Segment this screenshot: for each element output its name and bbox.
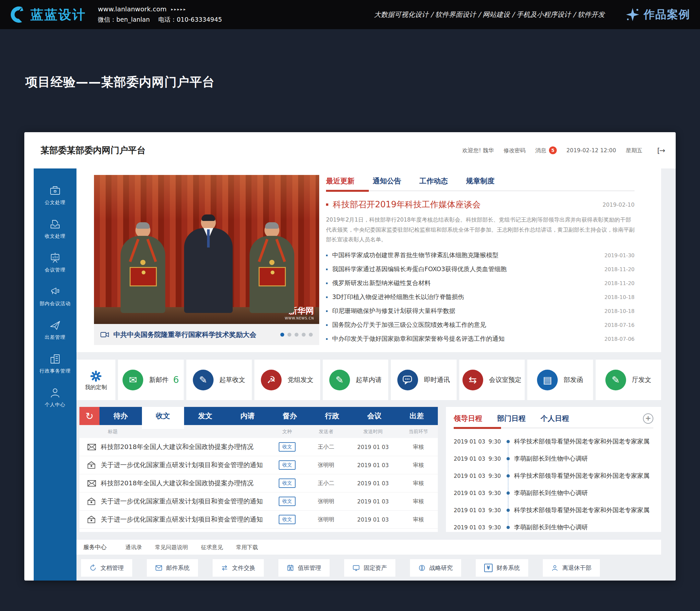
schedule-entry[interactable]: 2019 01 039:30 李萌副部长到生物中心调研: [454, 450, 653, 467]
news-list-item[interactable]: 3D打印植入物促进神经细胞生长以治疗脊髓损伤 2018-10-18: [326, 290, 635, 304]
featured-article[interactable]: 科技部召开2019年科技工作媒体座谈会 2019-02-10: [326, 199, 635, 210]
site-url[interactable]: www.lanlanwork.com: [98, 5, 166, 13]
schedule-tab-leaders[interactable]: 领导日程: [454, 414, 482, 423]
draft-internal-button[interactable]: ✎ 起草内请: [323, 360, 389, 400]
schedule-tab-personal[interactable]: 个人日程: [541, 414, 569, 423]
news-tab-recent[interactable]: 最近更新: [326, 176, 354, 186]
news-item-title[interactable]: 印尼珊瑚礁保护与修复计划获得大量科学数据: [332, 307, 455, 315]
app-doc-management[interactable]: 文档管理: [81, 559, 132, 577]
my-customize-button[interactable]: 我的定制: [76, 360, 115, 400]
carousel-dot[interactable]: [309, 333, 313, 337]
task-tab-trip[interactable]: 出差: [396, 407, 438, 425]
carousel-caption[interactable]: 中共中央国务院隆重举行国家科学技术奖励大会: [113, 330, 256, 339]
schedule-text[interactable]: 科学技术部领导看望外国老专家和外国老专家家属: [514, 472, 653, 480]
messages-link[interactable]: 消息 5: [535, 146, 557, 154]
link-downloads[interactable]: 常用下载: [236, 543, 258, 551]
app-duty-management[interactable]: 值班管理: [278, 559, 330, 577]
dept-letter-button[interactable]: ▤ 部发函: [527, 360, 593, 400]
link-contacts[interactable]: 通讯录: [126, 543, 142, 551]
schedule-tab-department[interactable]: 部门日程: [497, 414, 526, 423]
schedule-entry[interactable]: 2019 01 039:30 李萌副部长到生物中心调研: [454, 519, 653, 536]
video-camera-icon: [100, 331, 109, 338]
site-logo[interactable]: 蓝蓝设计: [9, 5, 86, 24]
app-fixed-assets[interactable]: 固定资产: [344, 559, 395, 577]
news-tab-rules[interactable]: 规章制度: [466, 176, 495, 186]
row-title[interactable]: 关于进一步优化国家重点研发计划项目和资金管理的通知: [101, 461, 269, 470]
news-list-item[interactable]: 俄罗斯研发出新型纳米磁性复合材料 2018-11-20: [326, 276, 635, 290]
news-list-item[interactable]: 我国科学家通过基因编辑长寿蛋白FOXO3获得优质人类血管细胞 2018-11-2…: [326, 263, 635, 276]
link-faq[interactable]: 常见问题说明: [155, 543, 188, 551]
app-strategy-research[interactable]: 战略研究: [410, 559, 461, 577]
sidebar-item-business-trips[interactable]: 出差管理: [34, 319, 76, 353]
sidebar-item-meeting-management[interactable]: 会议管理: [34, 251, 76, 285]
schedule-entry[interactable]: 2019 01 039:30 科学技术部领导看望外国老专家和外国老专家家属: [454, 467, 653, 484]
task-tab-meeting[interactable]: 会议: [353, 407, 396, 425]
table-row[interactable]: 关于进一步优化国家重点研发计划项目和资金管理的通知 收文 张明明 2019 01…: [79, 492, 438, 510]
schedule-entry[interactable]: 2019 01 039:30 科学技术部领导看望外国老专家和外国老专家家属: [454, 433, 653, 450]
schedule-text[interactable]: 李萌副部长到生物中心调研: [514, 454, 653, 463]
party-dispatch-button[interactable]: ☭ 党组发文: [254, 360, 320, 400]
new-mail-button[interactable]: ✉ 新邮件 6: [118, 360, 184, 400]
carousel-dot[interactable]: [295, 333, 298, 337]
news-tab-notices[interactable]: 通知公告: [373, 176, 401, 186]
change-password-link[interactable]: 修改密码: [504, 147, 526, 154]
schedule-entry[interactable]: 2019 01 039:30 科学技术部领导看望外国老专家和外国老专家家属: [454, 502, 653, 519]
news-list-item[interactable]: 国务院办公厅关于加强三级公立医院绩效考核工作的意见 2018-07-16: [326, 318, 635, 332]
draft-incoming-button[interactable]: ✎ 起草收文: [186, 360, 252, 400]
schedule-text[interactable]: 李萌副部长到生物中心调研: [514, 489, 653, 497]
sidebar-item-incoming-docs[interactable]: 收文处理: [34, 218, 76, 251]
cases-link[interactable]: 作品案例: [626, 7, 690, 22]
table-row[interactable]: 科技部2018年全国人大建议和全国政协提案办理情况 收文 王小二 2019 01…: [79, 474, 438, 492]
news-item-title[interactable]: 我国科学家通过基因编辑长寿蛋白FOXO3获得优质人类血管细胞: [332, 265, 507, 273]
task-tab-internal[interactable]: 内请: [227, 407, 269, 425]
app-label: 值班管理: [298, 564, 321, 572]
carousel-dot[interactable]: [280, 333, 284, 337]
app-finance-system[interactable]: ¥ 财务系统: [476, 559, 528, 577]
logout-icon[interactable]: [→: [657, 146, 665, 154]
schedule-date: 2019 01 03: [454, 524, 485, 531]
app-retired-cadres[interactable]: 离退休干部: [543, 559, 600, 577]
news-item-title[interactable]: 3D打印植入物促进神经细胞生长以治疗脊髓损伤: [332, 293, 464, 301]
schedule-text[interactable]: 科学技术部领导看望外国老专家和外国老专家家属: [514, 506, 653, 515]
schedule-entry[interactable]: 2019 01 039:30 李萌副部长到生物中心调研: [454, 484, 653, 502]
add-schedule-button[interactable]: +: [643, 413, 653, 424]
instant-message-button[interactable]: 即时通讯: [391, 360, 457, 400]
featured-title[interactable]: 科技部召开2019年科技工作媒体座谈会: [333, 199, 481, 210]
news-item-title[interactable]: 俄罗斯研发出新型纳米磁性复合材料: [332, 279, 431, 287]
schedule-text[interactable]: 科学技术部领导看望外国老专家和外国老专家家属: [514, 437, 653, 446]
app-mail-system[interactable]: 邮件系统: [147, 559, 198, 577]
news-list-item[interactable]: 印尼珊瑚礁保护与修复计划获得大量科学数据 2018-10-18: [326, 304, 635, 318]
link-feedback[interactable]: 征求意见: [201, 543, 223, 551]
table-row[interactable]: 科技部2018年全国人大建议和全国政协提案办理情况 收文 王小二 2019 01…: [79, 438, 438, 456]
sidebar-item-internal-meetings[interactable]: 部内会议活动: [34, 285, 76, 319]
news-tab-work[interactable]: 工作动态: [419, 176, 448, 186]
carousel-dot[interactable]: [302, 333, 306, 337]
sidebar-item-label: 行政事务管理: [34, 368, 76, 374]
table-row[interactable]: 关于进一步优化国家重点研发计划项目和资金管理的通知 收文 张明明 2019 01…: [79, 510, 438, 529]
sidebar-item-personal-center[interactable]: 个人中心: [34, 386, 76, 420]
table-row[interactable]: 关于进一步优化国家重点研发计划项目和资金管理的通知 收文 张明明 2019 01…: [79, 456, 438, 474]
news-list-item[interactable]: 中办印发关于做好国家勋章和国家荣誉称号提名评选工作的通知 2018-07-06: [326, 332, 635, 346]
schedule-text[interactable]: 李萌副部长到生物中心调研: [514, 523, 653, 532]
app-file-exchange[interactable]: 文件交换: [213, 559, 264, 577]
refresh-icon[interactable]: ↻: [79, 407, 100, 425]
task-tab-outgoing[interactable]: 发文: [184, 407, 227, 425]
sidebar-item-official-docs[interactable]: 公文处理: [34, 184, 76, 218]
news-list-item[interactable]: 中国科学家成功创建世界首批生物节律紊乱体细胞克隆猴模型 2019-01-30: [326, 249, 635, 263]
news-item-title[interactable]: 中办印发关于做好国家勋章和国家荣誉称号提名评选工作的通知: [332, 335, 505, 343]
row-title[interactable]: 关于进一步优化国家重点研发计划项目和资金管理的通知: [101, 515, 269, 524]
news-carousel[interactable]: 新华网 WWW.NEWS.CN 中共中央国务院隆重举行国家科学技术奖励大会: [94, 175, 319, 345]
task-tab-supervise[interactable]: 督办: [269, 407, 311, 425]
meeting-room-button[interactable]: ⇆ 会议室预定: [459, 360, 525, 400]
news-item-title[interactable]: 中国科学家成功创建世界首批生物节律紊乱体细胞克隆猴模型: [332, 251, 498, 259]
task-tab-todo[interactable]: 待办: [100, 407, 142, 425]
news-item-title[interactable]: 国务院办公厅关于加强三级公立医院绩效考核工作的意见: [332, 321, 486, 329]
row-title[interactable]: 关于进一步优化国家重点研发计划项目和资金管理的通知: [101, 497, 269, 506]
carousel-dot[interactable]: [288, 333, 291, 337]
task-tab-admin[interactable]: 行政: [311, 407, 353, 425]
office-dispatch-button[interactable]: ✎ 厅发文: [596, 360, 661, 400]
row-title[interactable]: 科技部2018年全国人大建议和全国政协提案办理情况: [101, 479, 269, 488]
row-title[interactable]: 科技部2018年全国人大建议和全国政协提案办理情况: [101, 443, 269, 451]
sidebar-item-admin-affairs[interactable]: 行政事务管理: [34, 353, 76, 386]
task-tab-incoming[interactable]: 收文: [142, 407, 185, 425]
